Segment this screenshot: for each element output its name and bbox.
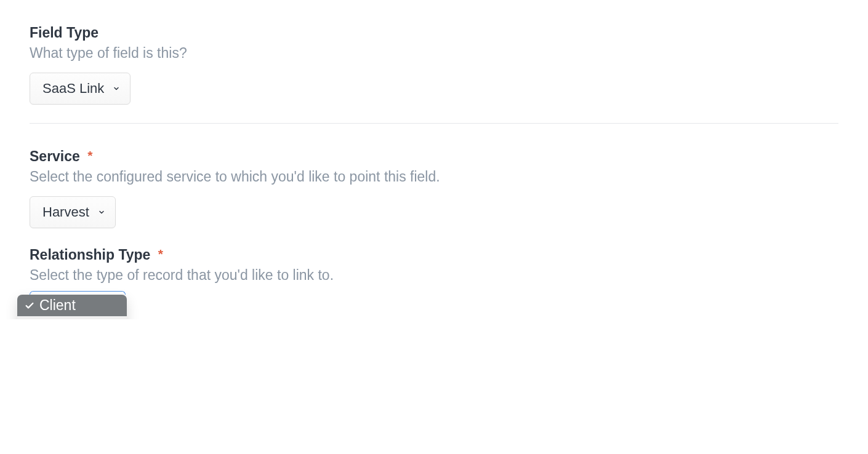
relationship-type-label: Relationship Type * <box>30 247 838 263</box>
chevron-down-icon <box>98 209 105 216</box>
section-divider <box>30 123 838 124</box>
relationship-type-description: Select the type of record that you'd lik… <box>30 267 838 284</box>
service-label-text: Service <box>30 148 80 164</box>
field-type-value: SaaS Link <box>42 81 104 97</box>
relationship-type-group: Relationship Type * Select the type of r… <box>30 247 838 284</box>
field-type-group: Field Type What type of field is this? S… <box>30 25 838 105</box>
required-asterisk-icon: * <box>87 148 92 162</box>
option-text: Project <box>39 319 115 319</box>
dropdown-option-client[interactable]: Client <box>17 295 127 316</box>
required-asterisk-icon: * <box>158 247 163 261</box>
field-type-select[interactable]: SaaS Link <box>30 73 131 105</box>
relationship-type-label-text: Relationship Type <box>30 247 150 263</box>
service-value: Harvest <box>42 204 89 220</box>
field-type-label: Field Type <box>30 25 838 41</box>
service-description: Select the configured service to which y… <box>30 169 838 185</box>
service-label: Service * <box>30 148 838 165</box>
dropdown-option-project[interactable]: Project <box>17 316 127 319</box>
service-group: Service * Select the configured service … <box>30 148 838 228</box>
check-icon <box>23 301 36 311</box>
option-text: Client <box>39 297 115 314</box>
dropdown-list: Client Project <box>17 295 127 319</box>
field-type-description: What type of field is this? <box>30 45 838 62</box>
chevron-down-icon <box>113 85 120 92</box>
service-select[interactable]: Harvest <box>30 196 116 228</box>
